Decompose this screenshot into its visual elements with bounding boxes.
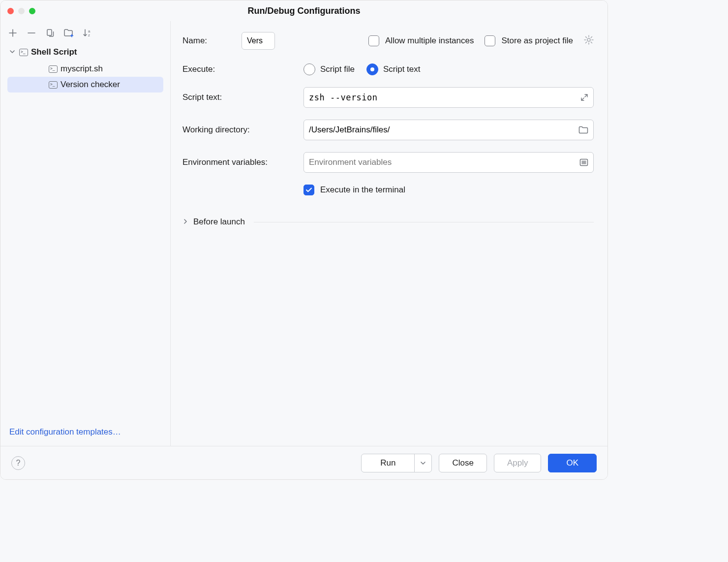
radio-script-file[interactable]: Script file [303, 63, 355, 75]
tree-item-label: myscript.sh [61, 64, 103, 74]
radio-icon [366, 63, 378, 75]
window-maximize-button[interactable] [29, 8, 35, 14]
apply-button[interactable]: Apply [494, 454, 542, 472]
window-close-button[interactable] [7, 8, 14, 14]
script-text-field[interactable] [303, 87, 594, 108]
config-tree: >_ Shell Script >_ myscript.sh >_ Versio… [0, 41, 170, 420]
folder-icon[interactable] [578, 126, 588, 134]
tree-group-shell-script[interactable]: >_ Shell Script [0, 45, 170, 59]
script-text-input[interactable] [309, 93, 576, 102]
execute-label: Execute: [182, 64, 303, 74]
script-text-label: Script text: [182, 93, 303, 102]
radio-script-text[interactable]: Script text [366, 63, 421, 75]
window-title: Run/Debug Configurations [248, 6, 361, 16]
edit-templates-link[interactable]: Edit configuration templates… [9, 427, 121, 437]
dialog-footer: ? Run Close Apply OK [0, 446, 607, 479]
checkbox-checked-icon [303, 185, 314, 195]
gear-icon[interactable] [584, 35, 594, 47]
titlebar: Run/Debug Configurations [0, 0, 607, 21]
chevron-down-icon [9, 47, 16, 57]
store-project-label: Store as project file [501, 36, 573, 46]
terminal-icon: >_ [49, 65, 58, 73]
list-icon[interactable] [579, 158, 588, 166]
execute-terminal-label: Execute in the terminal [320, 185, 405, 195]
copy-icon[interactable] [45, 28, 56, 38]
svg-rect-0 [47, 30, 52, 35]
run-dropdown-icon[interactable] [415, 460, 431, 466]
radio-script-text-label: Script text [383, 64, 421, 74]
sort-alpha-icon[interactable]: az [82, 28, 93, 38]
tree-group-label: Shell Script [31, 47, 77, 57]
remove-icon[interactable] [26, 28, 37, 38]
chevron-right-icon [182, 217, 188, 227]
config-form: Name: Allow multiple instances Store as … [171, 21, 607, 446]
svg-point-3 [587, 38, 590, 41]
expand-icon[interactable] [580, 94, 588, 101]
terminal-icon: >_ [19, 49, 28, 56]
store-project-checkbox[interactable]: Store as project file [485, 35, 573, 46]
checkbox-icon [368, 35, 379, 46]
window-minimize-button[interactable] [18, 8, 25, 14]
execute-terminal-checkbox[interactable]: Execute in the terminal [303, 185, 594, 195]
checkbox-icon [485, 35, 495, 46]
window-controls [7, 8, 35, 14]
sidebar: az >_ Shell Script >_ myscript.sh >_ Ver… [0, 21, 171, 446]
close-button[interactable]: Close [439, 454, 486, 472]
add-icon[interactable] [7, 28, 18, 38]
working-dir-field[interactable] [303, 120, 594, 140]
name-input[interactable] [242, 32, 275, 50]
tree-item[interactable]: >_ myscript.sh [7, 61, 163, 77]
run-button[interactable]: Run [361, 454, 432, 472]
svg-text:z: z [88, 33, 90, 37]
save-folder-icon[interactable] [63, 28, 74, 38]
env-vars-label: Environment variables: [182, 157, 303, 167]
terminal-icon: >_ [49, 81, 58, 89]
working-dir-label: Working directory: [182, 125, 303, 135]
env-vars-input[interactable] [309, 157, 576, 167]
working-dir-input[interactable] [309, 125, 575, 135]
env-vars-field[interactable] [303, 152, 594, 173]
before-launch-section[interactable]: Before launch [182, 217, 594, 227]
run-button-label: Run [362, 454, 415, 472]
tree-item[interactable]: >_ Version checker [7, 77, 163, 93]
before-launch-label: Before launch [193, 217, 245, 227]
allow-multiple-label: Allow multiple instances [385, 36, 474, 46]
divider [254, 222, 594, 222]
help-button[interactable]: ? [11, 456, 25, 470]
sidebar-toolbar: az [0, 25, 170, 41]
tree-item-label: Version checker [61, 80, 120, 90]
execute-radio-group: Script file Script text [303, 63, 594, 75]
allow-multiple-checkbox[interactable]: Allow multiple instances [368, 35, 474, 46]
radio-script-file-label: Script file [320, 64, 355, 74]
name-label: Name: [182, 36, 231, 46]
radio-icon [303, 63, 315, 75]
ok-button[interactable]: OK [548, 454, 597, 472]
